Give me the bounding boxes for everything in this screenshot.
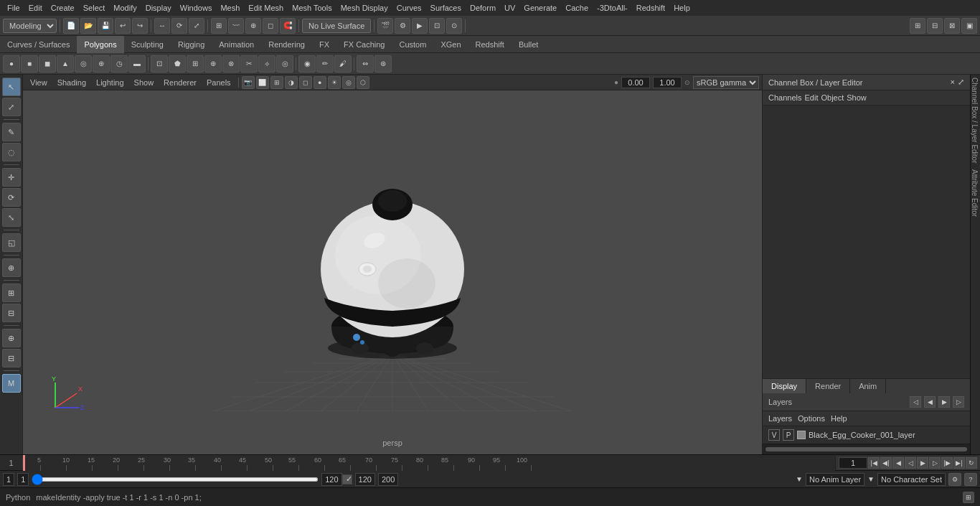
tab-display[interactable]: Display bbox=[763, 379, 806, 393]
vp-menu-show[interactable]: Show bbox=[130, 77, 159, 88]
split-btn[interactable]: ✂ bbox=[240, 55, 258, 72]
measure-btn[interactable]: ⊕ bbox=[2, 329, 21, 347]
layer-color-swatch[interactable] bbox=[797, 431, 806, 439]
total-frames-field[interactable]: 200 bbox=[378, 473, 398, 486]
goto-start-btn[interactable]: |◀ bbox=[868, 457, 880, 469]
scale-tool-btn[interactable]: ⤡ bbox=[2, 208, 21, 227]
cmd-expand-btn[interactable]: ⊞ bbox=[963, 492, 974, 503]
vp-menu-lighting[interactable]: Lighting bbox=[92, 77, 128, 88]
plane-icon-btn[interactable]: ▬ bbox=[128, 55, 146, 72]
menu-file[interactable]: File bbox=[3, 2, 24, 14]
vp-menu-panels[interactable]: Panels bbox=[202, 77, 235, 88]
soft-mod-btn[interactable]: ◱ bbox=[2, 233, 21, 252]
cube2-icon-btn[interactable]: ◼ bbox=[39, 55, 56, 72]
show-manip-btn[interactable]: ⊕ bbox=[2, 258, 21, 277]
gamma-select[interactable]: sRGB gamma bbox=[693, 76, 759, 89]
tab-fx-caching[interactable]: FX Caching bbox=[336, 36, 392, 53]
menu-edit-mesh[interactable]: Edit Mesh bbox=[244, 2, 288, 14]
layout-btn-1[interactable]: ⊞ bbox=[910, 18, 925, 34]
vp-xray-btn[interactable]: ◎ bbox=[342, 76, 355, 89]
bevel-btn[interactable]: ⬟ bbox=[169, 55, 186, 72]
render-frame-btn[interactable]: 🎬 bbox=[377, 18, 393, 34]
layout-btn-3[interactable]: ⊠ bbox=[944, 18, 960, 34]
mirror-btn[interactable]: ⇔ bbox=[357, 55, 374, 72]
frame-current-field[interactable]: 1 bbox=[17, 473, 29, 486]
undo-btn[interactable]: ↩ bbox=[115, 18, 131, 34]
vp-menu-shading[interactable]: Shading bbox=[53, 77, 90, 88]
channel-box-label[interactable]: Channel Box / Layer Editor bbox=[971, 75, 980, 167]
layers-nav-next2-btn[interactable]: ▶ bbox=[938, 396, 950, 408]
layer-visibility-btn[interactable]: V bbox=[768, 429, 780, 441]
char-set-field[interactable]: No Character Set bbox=[877, 473, 946, 486]
maya-logo-btn[interactable]: M bbox=[2, 374, 21, 393]
menu-mesh-display[interactable]: Mesh Display bbox=[336, 2, 392, 14]
rotate-tool-btn[interactable]: ⟳ bbox=[2, 188, 21, 207]
vp-camera-btn[interactable]: 📷 bbox=[242, 76, 255, 89]
menu-uv[interactable]: UV bbox=[500, 2, 519, 14]
layers-menu-options[interactable]: Options bbox=[798, 414, 825, 423]
render-batch-btn[interactable]: ▶ bbox=[412, 18, 428, 34]
gamma-val1[interactable]: 0.00 bbox=[621, 77, 650, 88]
select-tool-btn[interactable]: ↖ bbox=[2, 78, 21, 96]
3d-viewport[interactable]: X Y Z persp bbox=[23, 90, 762, 454]
tab-sculpting[interactable]: Sculpting bbox=[124, 36, 171, 53]
snap-grid-btn[interactable]: ⊞ bbox=[211, 18, 227, 34]
menu-redshift[interactable]: Redshift bbox=[632, 2, 669, 14]
multi-select-btn[interactable]: ⤢ bbox=[2, 98, 21, 116]
snap-curve-btn[interactable]: 〰 bbox=[228, 18, 244, 34]
menu-display[interactable]: Display bbox=[141, 2, 176, 14]
menu-cache[interactable]: Cache bbox=[561, 2, 593, 14]
layers-nav-next-btn[interactable]: ▷ bbox=[953, 396, 964, 408]
play-back-btn[interactable]: ◁ bbox=[905, 457, 916, 469]
menu-windows[interactable]: Windows bbox=[176, 2, 217, 14]
tab-redshift[interactable]: Redshift bbox=[468, 36, 512, 53]
layer-playback-btn[interactable]: P bbox=[783, 429, 794, 441]
menu-deform[interactable]: Deform bbox=[466, 2, 500, 14]
rotate-btn[interactable]: ⟳ bbox=[171, 18, 187, 34]
tab-render[interactable]: Render bbox=[806, 379, 850, 393]
paint-btn[interactable]: 🖌 bbox=[334, 55, 352, 72]
sculpt-tool-btn[interactable]: ◌ bbox=[2, 143, 21, 161]
status-settings-btn[interactable]: ⚙ bbox=[948, 473, 961, 486]
menu-curves[interactable]: Curves bbox=[392, 2, 426, 14]
cb-close-icon[interactable]: × bbox=[951, 78, 955, 87]
transform-btn[interactable]: ↔ bbox=[154, 18, 170, 34]
tab-curves-surfaces[interactable]: Curves / Surfaces bbox=[0, 36, 77, 53]
gamma-val2[interactable]: 1.00 bbox=[653, 77, 682, 88]
paint-select-btn[interactable]: ✎ bbox=[2, 123, 21, 141]
tab-xgen[interactable]: XGen bbox=[433, 36, 468, 53]
menu-modify[interactable]: Modify bbox=[109, 2, 141, 14]
loop-btn[interactable]: ↻ bbox=[966, 457, 977, 469]
layer-scroll-thumb[interactable] bbox=[765, 447, 967, 451]
attribute-editor-label[interactable]: Attribute Editor bbox=[971, 167, 980, 220]
snap-surface-btn[interactable]: ◻ bbox=[263, 18, 278, 34]
merge-btn[interactable]: ⊕ bbox=[204, 55, 222, 72]
tab-polygons[interactable]: Polygons bbox=[77, 36, 123, 53]
weld-btn[interactable]: ⊗ bbox=[222, 55, 240, 72]
scale-btn[interactable]: ⤢ bbox=[189, 18, 204, 34]
cylinder-icon-btn[interactable]: ⊕ bbox=[93, 55, 110, 72]
smooth-btn[interactable]: ◉ bbox=[298, 55, 316, 72]
bridge-btn[interactable]: ⊞ bbox=[187, 55, 204, 72]
menu-help[interactable]: Help bbox=[669, 2, 694, 14]
move-tool-btn[interactable]: ✛ bbox=[2, 168, 21, 187]
snap-settings-btn[interactable]: ⊟ bbox=[2, 304, 21, 322]
layer-scrollbar[interactable] bbox=[763, 444, 970, 454]
layers-menu-help[interactable]: Help bbox=[831, 414, 847, 423]
tab-rigging[interactable]: Rigging bbox=[171, 36, 212, 53]
menu-mesh-tools[interactable]: Mesh Tools bbox=[288, 2, 336, 14]
timeline-scrubber[interactable] bbox=[32, 477, 319, 482]
vp-grid-btn[interactable]: ⊞ bbox=[270, 76, 283, 89]
vp-light-btn[interactable]: ☀ bbox=[328, 76, 341, 89]
render-settings-btn[interactable]: ⚙ bbox=[395, 18, 410, 34]
timeline-ruler[interactable]: 5 10 15 20 25 30 35 40 45 50 55 60 65 70… bbox=[23, 455, 835, 471]
menu-3dtoa[interactable]: -3DtoAll- bbox=[593, 2, 632, 14]
end-range-field[interactable]: 120 bbox=[355, 473, 375, 486]
connect-btn[interactable]: ⟡ bbox=[258, 55, 275, 72]
vp-smooth-btn[interactable]: ● bbox=[314, 76, 326, 89]
torus-icon-btn[interactable]: ◎ bbox=[75, 55, 92, 72]
cb-expand-icon[interactable]: ⤢ bbox=[958, 78, 964, 87]
status-help-btn[interactable]: ? bbox=[964, 473, 977, 486]
menu-edit[interactable]: Edit bbox=[24, 2, 47, 14]
sculpt-btn[interactable]: ✏ bbox=[316, 55, 334, 72]
